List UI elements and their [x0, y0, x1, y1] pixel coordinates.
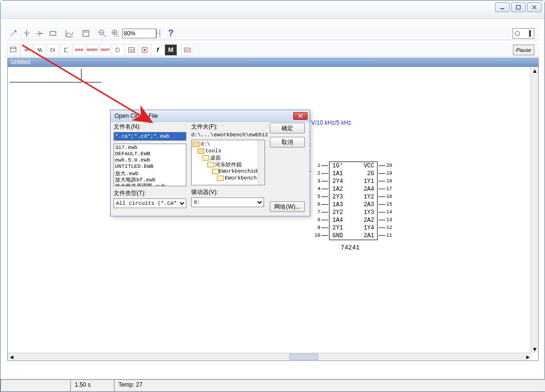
run-switch[interactable]	[512, 28, 534, 39]
svg-line-23	[65, 48, 68, 49]
chip-pin-row: 2Y11Y4	[330, 224, 377, 232]
zoom-out-icon[interactable]	[96, 28, 109, 39]
pin-right: 14	[378, 208, 401, 216]
rotate-cw-icon[interactable]	[7, 28, 20, 39]
tree-scrollbar[interactable]	[258, 140, 264, 185]
workspace-titlebar[interactable]: Untitled	[8, 58, 538, 67]
svg-line-24	[65, 51, 68, 52]
sources-icon[interactable]	[20, 44, 33, 56]
chip-pin-row: 1A32A3	[330, 201, 377, 209]
filetype-select[interactable]: All circuits (*.CA*	[114, 198, 186, 208]
zoom-select[interactable]	[122, 29, 156, 38]
dialog-title: Open Circuit File	[115, 113, 158, 119]
tree-node[interactable]: 桌面	[193, 154, 264, 161]
horizontal-scrollbar[interactable]: ◄ ►	[8, 353, 532, 360]
diodes-icon[interactable]	[47, 44, 59, 56]
status-bar: 1.50 s Temp: 27	[0, 379, 545, 392]
tree-node-label: 桌面	[210, 154, 221, 162]
tree-node-label: 河东软件园	[215, 161, 242, 168]
folder-path: d:\...\eworkbench\ewb512	[191, 132, 266, 138]
svg-text:SO: SO	[130, 49, 135, 52]
canvas-frame-1	[10, 69, 82, 82]
tree-node[interactable]: EWorkbenchsdqh	[193, 168, 264, 175]
vertical-scrollbar[interactable]: ▲ ▼	[530, 67, 538, 353]
file-list-item[interactable]: 放大电路bf.ewb	[115, 176, 185, 182]
pin-right: 12	[378, 224, 401, 231]
zoom-spinner[interactable]	[156, 29, 160, 38]
svg-rect-4	[50, 32, 56, 35]
favorites-icon[interactable]	[7, 44, 20, 56]
close-button[interactable]	[527, 2, 542, 12]
flip-v-icon[interactable]	[33, 28, 46, 39]
pin-right: 17	[378, 185, 401, 193]
folder-tree[interactable]: d:\tools桌面河东软件园EWorkbenchsdqhEWorkbench	[191, 140, 265, 185]
analog-ics-icon[interactable]: ANA	[73, 44, 85, 56]
cancel-button[interactable]: 取消	[270, 137, 305, 147]
logic-gates-icon[interactable]	[112, 44, 125, 56]
digital-icon[interactable]: SO	[125, 44, 138, 56]
basic-icon[interactable]	[33, 44, 46, 56]
misc-m-icon[interactable]: M	[165, 44, 177, 56]
file-list-item[interactable]: 放大.ewb	[115, 170, 185, 176]
scroll-right-icon[interactable]: ►	[524, 353, 532, 361]
file-list-item[interactable]: 放大电路原理图.ewb	[115, 182, 185, 186]
tree-node[interactable]: d:\	[193, 141, 264, 147]
pause-button[interactable]: Pause	[513, 45, 534, 55]
drive-select[interactable]: d:	[191, 197, 264, 207]
tree-node[interactable]: tools	[193, 147, 264, 154]
filename-label: 文件名(N):	[114, 123, 187, 131]
transistors-icon[interactable]	[60, 44, 72, 56]
chip-pin-row: 1G'VCC	[330, 162, 377, 170]
folder-icon	[202, 155, 209, 161]
tree-node[interactable]: 河东软件园	[193, 161, 264, 168]
indicators-icon[interactable]	[138, 44, 151, 56]
status-temp: Temp: 27	[114, 379, 545, 392]
folder-icon	[212, 169, 218, 174]
canvas-frame-2	[83, 69, 101, 82]
scroll-thumb[interactable]	[289, 354, 318, 360]
file-list-item[interactable]: 317.ewb	[115, 145, 185, 151]
subcircuit-icon[interactable]	[47, 28, 59, 39]
network-button[interactable]: 网络(W)...	[270, 201, 305, 212]
scroll-up-icon[interactable]: ▲	[531, 67, 539, 75]
status-cell-1	[0, 379, 70, 392]
flip-h-icon[interactable]	[20, 28, 33, 39]
mixed-ics-icon[interactable]: MIXED	[86, 44, 99, 56]
scroll-down-icon[interactable]: ▼	[531, 345, 539, 353]
pin-right: 19	[378, 169, 401, 177]
folder-icon	[198, 148, 204, 154]
pin-left: 9	[306, 224, 329, 231]
ok-button[interactable]: 确定	[270, 123, 305, 133]
filename-input[interactable]	[114, 132, 186, 141]
signal-label: V/10 kHz/5 kHz	[311, 119, 351, 126]
file-list-item[interactable]: ewb.5.0.ewb	[115, 157, 185, 163]
help-button[interactable]: ?	[164, 28, 178, 39]
svg-rect-1	[516, 5, 520, 9]
file-list-item[interactable]: DEFAULT.EWB	[115, 151, 185, 157]
svg-rect-7	[83, 31, 89, 36]
chip-pin-row: 1A22A4	[330, 185, 377, 193]
dialog-close-button[interactable]	[293, 112, 308, 120]
scroll-left-icon[interactable]: ◄	[8, 353, 16, 361]
zoom-in-icon[interactable]	[109, 28, 122, 39]
minimize-button[interactable]	[495, 2, 510, 12]
folder-icon	[217, 176, 224, 181]
pin-right: 16	[378, 193, 401, 200]
graph-icon[interactable]	[63, 28, 76, 39]
dialog-titlebar[interactable]: Open Circuit File	[111, 110, 310, 122]
open-file-dialog: Open Circuit File 文件名(N): 317.ewbDEFAULT…	[110, 110, 310, 216]
digital-ics-icon[interactable]: DIGIT	[99, 44, 112, 56]
file-list[interactable]: 317.ewbDEFAULT.EWBewb.5.0.ewbUNTITLED.EW…	[114, 144, 186, 186]
controls-f-icon[interactable]: f	[151, 44, 164, 56]
chip-pin-row: 2Y41Y1	[330, 178, 377, 185]
instruments-icon[interactable]	[181, 44, 194, 56]
properties-icon[interactable]	[80, 28, 92, 39]
chip-pin-row: GND2A1	[330, 232, 377, 240]
titlebar	[0, 0, 545, 19]
maximize-button[interactable]	[511, 2, 526, 12]
tree-node-label: tools	[205, 148, 221, 154]
tree-node[interactable]: EWorkbench	[193, 175, 264, 181]
file-list-item[interactable]: UNTITLED.EWB	[115, 163, 185, 170]
pin-right: 15	[378, 200, 401, 208]
chip-pin-row: 1A12G	[330, 170, 377, 178]
